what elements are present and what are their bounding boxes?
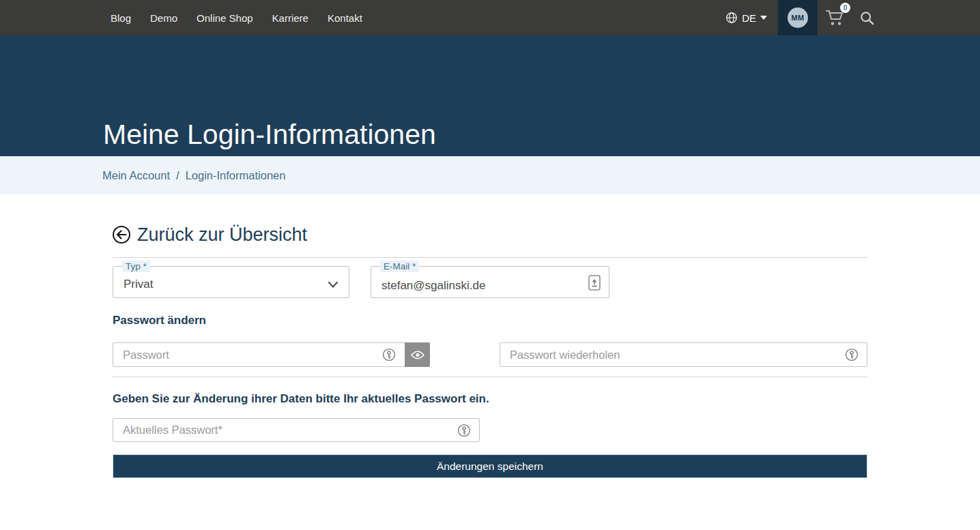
typ-selected-value: Privat	[124, 278, 153, 291]
divider	[113, 257, 867, 258]
breadcrumb-separator: /	[176, 169, 179, 182]
save-changes-button[interactable]: Änderungen speichern	[113, 454, 867, 478]
repeat-password-input[interactable]	[500, 342, 867, 367]
language-switcher[interactable]: DE	[720, 0, 778, 35]
nav-item-online-shop[interactable]: Online Shop	[187, 12, 263, 24]
caret-down-icon	[760, 16, 767, 20]
breadcrumb-item-current: Login-Informationen	[186, 169, 286, 182]
nav-menu: Blog Demo Online Shop Karriere Kontakt	[101, 0, 372, 35]
show-password-button[interactable]	[405, 342, 430, 367]
breadcrumb: Mein Account / Login-Informationen	[0, 156, 980, 194]
page: Blog Demo Online Shop Karriere Kontakt D…	[0, 0, 980, 530]
contact-autofill-icon[interactable]	[588, 275, 601, 291]
page-title: Meine Login-Informationen	[103, 119, 436, 151]
current-password-input[interactable]	[113, 418, 480, 442]
chevron-down-icon	[328, 282, 338, 288]
email-label: E-Mail *	[380, 261, 419, 272]
search-icon	[860, 11, 874, 25]
typ-label: Typ *	[122, 261, 150, 272]
email-field-group: E-Mail *	[371, 266, 609, 298]
breadcrumb-item-account[interactable]: Mein Account	[102, 169, 170, 182]
top-navigation: Blog Demo Online Shop Karriere Kontakt D…	[0, 0, 980, 35]
back-link-label: Zurück zur Übersicht	[137, 224, 307, 246]
save-changes-label: Änderungen speichern	[437, 460, 543, 473]
search-button[interactable]	[853, 0, 880, 35]
password-section-title: Passwort ändern	[113, 314, 206, 327]
globe-icon	[725, 12, 738, 24]
language-code: DE	[742, 12, 756, 24]
nav-utilities: DE MM 0	[720, 0, 880, 35]
hero-banner: Meine Login-Informationen	[0, 35, 980, 156]
nav-item-kontakt[interactable]: Kontakt	[318, 12, 372, 24]
arrow-left-circle-icon	[112, 225, 131, 244]
back-to-overview-link[interactable]: Zurück zur Übersicht	[112, 224, 307, 246]
typ-select[interactable]: Typ * Privat	[113, 266, 349, 298]
nav-item-karriere[interactable]: Karriere	[263, 12, 318, 24]
divider	[113, 377, 867, 377]
current-password-hint: Geben Sie zur Änderung ihrer Daten bitte…	[113, 392, 489, 406]
eye-icon	[411, 351, 424, 359]
email-input[interactable]	[381, 279, 580, 293]
new-password-input[interactable]	[113, 342, 405, 367]
avatar: MM	[788, 8, 808, 28]
nav-item-demo[interactable]: Demo	[141, 12, 187, 24]
nav-item-blog[interactable]: Blog	[101, 12, 141, 24]
cart-button[interactable]: 0	[818, 0, 853, 35]
cart-count-badge: 0	[840, 3, 850, 13]
account-menu[interactable]: MM	[778, 0, 818, 35]
